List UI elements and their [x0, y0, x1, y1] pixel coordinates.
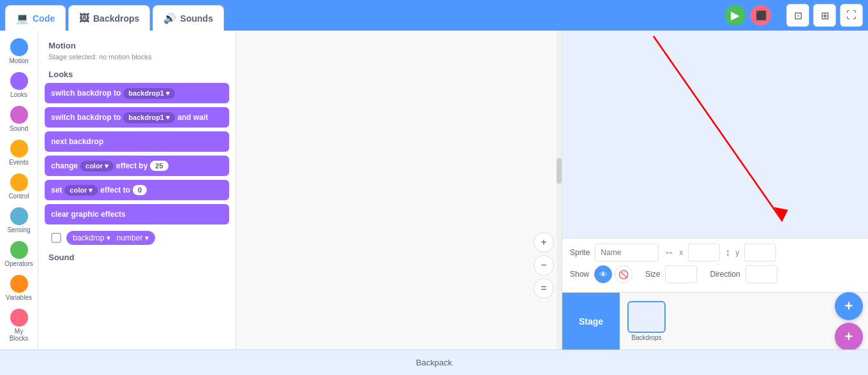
bottom-panel: Stage Backdrops + + — [562, 292, 868, 349]
sound-dot — [10, 106, 28, 124]
canvas-area[interactable]: + − = — [236, 31, 562, 349]
tab-sounds-label: Sounds — [180, 13, 213, 24]
red-arrow-svg — [562, 31, 868, 238]
tab-code-label: Code — [33, 13, 55, 24]
backdrop-pill-2[interactable]: backdrop1 ▾ — [123, 112, 175, 123]
sprite-name-input[interactable] — [595, 244, 659, 261]
looks-section-title: Looks — [38, 67, 236, 80]
block-clear-effects[interactable]: clear graphic effects — [45, 204, 229, 224]
events-label: Events — [9, 159, 29, 166]
show-label: Show — [570, 270, 589, 279]
block-switch-backdrop[interactable]: switch backdrop to backdrop1 ▾ — [45, 83, 229, 103]
svg-line-0 — [654, 36, 782, 221]
tab-sounds[interactable]: 🔊 Sounds — [153, 5, 223, 31]
sidebar-item-control[interactable]: Control — [2, 171, 36, 202]
direction-label: Direction — [710, 270, 740, 279]
x-input[interactable] — [688, 244, 720, 261]
block-text: effect to — [100, 186, 130, 195]
stage-tab-label: Stage — [579, 316, 603, 327]
top-controls: ▶ ⬛ ⊡ ⊞ ⛶ — [725, 4, 863, 27]
looks-blocks: switch backdrop to backdrop1 ▾ switch ba… — [38, 80, 236, 250]
sidebar-item-sound[interactable]: Sound — [2, 103, 36, 135]
block-text: switch backdrop to — [51, 113, 121, 122]
block-change-effect[interactable]: change color ▾ effect by 25 — [45, 156, 229, 176]
add-sprite-button[interactable]: + — [835, 292, 863, 320]
backdrop-checkbox[interactable] — [51, 233, 61, 243]
x-label: x — [679, 248, 683, 257]
operators-dot — [10, 241, 28, 259]
looks-dot — [10, 72, 28, 90]
events-dot — [10, 140, 28, 158]
block-switch-backdrop-wait[interactable]: switch backdrop to backdrop1 ▾ and wait — [45, 107, 229, 128]
show-buttons: 👁 🚫 — [594, 265, 632, 283]
sidebar-item-looks[interactable]: Looks — [2, 70, 36, 101]
block-text: set — [51, 186, 62, 195]
sounds-icon: 🔊 — [163, 12, 176, 24]
sprite-label: Sprite — [570, 248, 590, 257]
block-text: change — [51, 161, 78, 170]
stage-tab-button[interactable]: Stage — [562, 293, 620, 349]
sprite-show-row: Show 👁 🚫 Size Direction — [570, 265, 860, 283]
green-flag-button[interactable]: ▶ — [725, 5, 745, 26]
small-stage-button[interactable]: ⊡ — [786, 4, 809, 27]
sound-section-title: Sound — [38, 250, 236, 263]
zoom-out-button[interactable]: − — [534, 255, 554, 276]
add-backdrop-button[interactable]: + — [835, 323, 863, 350]
main-content: Motion Looks Sound Events Control Sensin… — [0, 31, 868, 349]
sidebar-item-events[interactable]: Events — [2, 137, 36, 168]
motion-dot — [10, 38, 28, 56]
tab-code[interactable]: 💻 Code — [5, 5, 66, 31]
effect-value[interactable]: 25 — [150, 161, 168, 171]
tab-backdrops-label: Backdrops — [93, 13, 139, 24]
set-effect-pill[interactable]: color ▾ — [64, 185, 98, 196]
block-text-suffix: and wait — [177, 113, 208, 122]
sidebar-item-sensing[interactable]: Sensing — [2, 205, 36, 236]
sprite-area: Backdrops — [620, 293, 830, 349]
operators-label: Operators — [4, 260, 33, 267]
zoom-in-button[interactable]: + — [534, 232, 554, 253]
sidebar-item-myblocks[interactable]: My Blocks — [2, 306, 36, 344]
block-next-backdrop[interactable]: next backdrop — [45, 131, 229, 152]
y-arrows-icon: ↕ — [725, 247, 730, 258]
y-input[interactable] — [744, 244, 776, 261]
sidebar-item-motion[interactable]: Motion — [2, 36, 36, 67]
motion-label: Motion — [9, 57, 28, 64]
block-text: next backdrop — [51, 137, 103, 146]
sidebar-item-variables[interactable]: Variables — [2, 272, 36, 304]
stage-view — [562, 31, 868, 238]
direction-input[interactable] — [745, 265, 777, 283]
motion-section-title: Motion — [38, 38, 236, 52]
zoom-fit-button[interactable]: = — [534, 278, 554, 298]
tab-backdrops[interactable]: 🖼 Backdrops — [68, 5, 150, 31]
show-hidden-button[interactable]: 🚫 — [615, 265, 632, 283]
vertical-scrollbar[interactable] — [557, 31, 562, 349]
block-set-effect[interactable]: set color ▾ effect to 0 — [45, 180, 229, 200]
left-sidebar: Motion Looks Sound Events Control Sensin… — [0, 31, 38, 349]
sensing-dot — [10, 207, 28, 225]
myblocks-dot — [10, 309, 28, 327]
backdrops-icon: 🖼 — [79, 13, 89, 24]
y-label: y — [735, 248, 739, 257]
show-visible-button[interactable]: 👁 — [594, 265, 612, 283]
effect-pill[interactable]: color ▾ — [80, 161, 114, 172]
set-effect-value[interactable]: 0 — [133, 185, 147, 195]
sprite-props: Sprite ↔ x ↕ y Show 👁 🚫 Size Direction — [562, 238, 868, 292]
block-text: switch backdrop to — [51, 89, 121, 98]
fullscreen-button[interactable]: ⛶ — [840, 4, 863, 27]
backdrop-reporter-row: backdrop ▾ number ▾ — [45, 228, 229, 247]
control-dot — [10, 173, 28, 191]
layout-buttons: ⊡ ⊞ ⛶ — [786, 4, 863, 27]
block-text: effect by — [116, 161, 147, 170]
stop-button[interactable]: ⬛ — [751, 5, 771, 26]
stage-thumbnail[interactable] — [627, 301, 666, 333]
top-bar: 💻 Code 🖼 Backdrops 🔊 Sounds ▶ ⬛ ⊡ ⊞ ⛶ — [0, 0, 868, 31]
backdrop-pill-1[interactable]: backdrop1 ▾ — [123, 88, 175, 99]
sound-label: Sound — [10, 125, 28, 132]
sidebar-item-operators[interactable]: Operators — [2, 239, 36, 270]
size-input[interactable] — [665, 265, 697, 283]
myblocks-label: My Blocks — [6, 328, 33, 342]
backdrop-reporter[interactable]: backdrop ▾ number ▾ — [66, 231, 155, 245]
block-text: clear graphic effects — [51, 210, 126, 219]
wide-stage-button[interactable]: ⊞ — [813, 4, 836, 27]
code-icon: 💻 — [16, 12, 29, 24]
